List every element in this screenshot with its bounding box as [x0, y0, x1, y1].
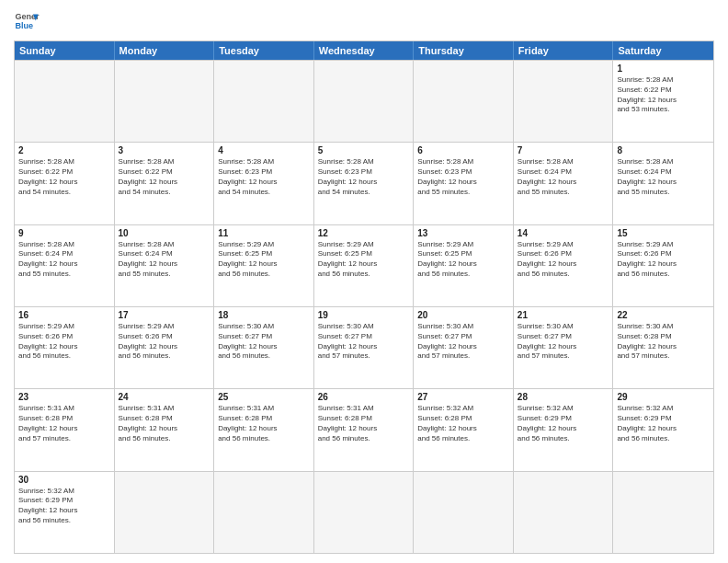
day-info: Sunrise: 5:31 AM Sunset: 6:28 PM Dayligh… — [318, 404, 410, 443]
day-number: 21 — [518, 310, 609, 320]
day-number: 14 — [518, 228, 609, 238]
day-number: 18 — [218, 310, 310, 320]
calendar-cell: 13Sunrise: 5:29 AM Sunset: 6:25 PM Dayli… — [414, 225, 514, 306]
day-number: 17 — [119, 310, 210, 320]
calendar-row: 23Sunrise: 5:31 AM Sunset: 6:28 PM Dayli… — [15, 388, 713, 470]
calendar-cell: 25Sunrise: 5:31 AM Sunset: 6:28 PM Dayli… — [214, 389, 314, 470]
day-info: Sunrise: 5:30 AM Sunset: 6:27 PM Dayligh… — [518, 322, 609, 362]
day-info: Sunrise: 5:29 AM Sunset: 6:26 PM Dayligh… — [518, 240, 609, 280]
day-info: Sunrise: 5:31 AM Sunset: 6:28 PM Dayligh… — [218, 404, 310, 443]
calendar-cell: 4Sunrise: 5:28 AM Sunset: 6:23 PM Daylig… — [214, 143, 314, 224]
calendar-row: 2Sunrise: 5:28 AM Sunset: 6:22 PM Daylig… — [15, 142, 713, 224]
day-info: Sunrise: 5:30 AM Sunset: 6:28 PM Dayligh… — [617, 322, 710, 362]
day-info: Sunrise: 5:28 AM Sunset: 6:22 PM Dayligh… — [617, 75, 710, 115]
header-cell-wednesday: Wednesday — [314, 41, 415, 60]
day-info: Sunrise: 5:28 AM Sunset: 6:24 PM Dayligh… — [18, 240, 110, 280]
day-info: Sunrise: 5:29 AM Sunset: 6:26 PM Dayligh… — [18, 322, 110, 362]
calendar-cell — [414, 472, 514, 553]
calendar-row: 9Sunrise: 5:28 AM Sunset: 6:24 PM Daylig… — [15, 224, 713, 306]
calendar-cell — [613, 472, 713, 553]
day-info: Sunrise: 5:28 AM Sunset: 6:22 PM Dayligh… — [119, 157, 210, 197]
logo: General Blue — [14, 9, 40, 35]
calendar-row: 16Sunrise: 5:29 AM Sunset: 6:26 PM Dayli… — [15, 306, 713, 388]
calendar-row: 1Sunrise: 5:28 AM Sunset: 6:22 PM Daylig… — [15, 60, 713, 142]
day-number: 13 — [417, 228, 509, 238]
calendar-cell — [514, 472, 614, 553]
day-number: 2 — [18, 145, 110, 155]
day-number: 12 — [318, 228, 410, 238]
calendar-cell: 19Sunrise: 5:30 AM Sunset: 6:27 PM Dayli… — [314, 307, 415, 388]
day-info: Sunrise: 5:28 AM Sunset: 6:24 PM Dayligh… — [617, 157, 710, 197]
calendar-cell: 1Sunrise: 5:28 AM Sunset: 6:22 PM Daylig… — [613, 61, 713, 142]
calendar-cell: 2Sunrise: 5:28 AM Sunset: 6:22 PM Daylig… — [15, 143, 115, 224]
calendar-cell: 7Sunrise: 5:28 AM Sunset: 6:24 PM Daylig… — [514, 143, 614, 224]
day-info: Sunrise: 5:32 AM Sunset: 6:29 PM Dayligh… — [518, 404, 609, 443]
calendar-cell: 11Sunrise: 5:29 AM Sunset: 6:25 PM Dayli… — [214, 225, 314, 306]
day-number: 16 — [18, 310, 110, 320]
day-info: Sunrise: 5:30 AM Sunset: 6:27 PM Dayligh… — [218, 322, 310, 362]
day-info: Sunrise: 5:29 AM Sunset: 6:25 PM Dayligh… — [417, 240, 509, 280]
calendar-cell: 8Sunrise: 5:28 AM Sunset: 6:24 PM Daylig… — [613, 143, 713, 224]
calendar-cell — [314, 472, 415, 553]
calendar-cell — [414, 61, 514, 142]
day-info: Sunrise: 5:28 AM Sunset: 6:22 PM Dayligh… — [18, 157, 110, 197]
day-number: 3 — [119, 145, 210, 155]
day-info: Sunrise: 5:28 AM Sunset: 6:24 PM Dayligh… — [119, 240, 210, 280]
calendar-cell: 24Sunrise: 5:31 AM Sunset: 6:28 PM Dayli… — [115, 389, 215, 470]
header-cell-saturday: Saturday — [613, 41, 713, 60]
day-info: Sunrise: 5:28 AM Sunset: 6:23 PM Dayligh… — [417, 157, 509, 197]
header-cell-thursday: Thursday — [414, 41, 514, 60]
header-cell-monday: Monday — [115, 41, 215, 60]
calendar-cell — [514, 61, 614, 142]
day-number: 7 — [518, 145, 609, 155]
calendar-cell: 5Sunrise: 5:28 AM Sunset: 6:23 PM Daylig… — [314, 143, 415, 224]
calendar-cell — [214, 472, 314, 553]
calendar-cell: 6Sunrise: 5:28 AM Sunset: 6:23 PM Daylig… — [414, 143, 514, 224]
calendar-header-row: SundayMondayTuesdayWednesdayThursdayFrid… — [15, 41, 713, 60]
day-number: 27 — [417, 392, 509, 402]
svg-text:Blue: Blue — [15, 21, 33, 30]
calendar-cell: 27Sunrise: 5:32 AM Sunset: 6:28 PM Dayli… — [414, 389, 514, 470]
day-number: 5 — [318, 145, 410, 155]
calendar-cell: 9Sunrise: 5:28 AM Sunset: 6:24 PM Daylig… — [15, 225, 115, 306]
calendar-cell — [15, 61, 115, 142]
calendar-cell: 20Sunrise: 5:30 AM Sunset: 6:27 PM Dayli… — [414, 307, 514, 388]
day-number: 20 — [417, 310, 509, 320]
calendar-cell — [314, 61, 415, 142]
calendar-cell: 12Sunrise: 5:29 AM Sunset: 6:25 PM Dayli… — [314, 225, 415, 306]
day-info: Sunrise: 5:30 AM Sunset: 6:27 PM Dayligh… — [318, 322, 410, 362]
calendar-cell: 10Sunrise: 5:28 AM Sunset: 6:24 PM Dayli… — [115, 225, 215, 306]
calendar-cell — [115, 472, 215, 553]
calendar-cell: 18Sunrise: 5:30 AM Sunset: 6:27 PM Dayli… — [214, 307, 314, 388]
day-number: 8 — [617, 145, 710, 155]
calendar-cell: 3Sunrise: 5:28 AM Sunset: 6:22 PM Daylig… — [115, 143, 215, 224]
calendar-cell: 22Sunrise: 5:30 AM Sunset: 6:28 PM Dayli… — [613, 307, 713, 388]
day-info: Sunrise: 5:31 AM Sunset: 6:28 PM Dayligh… — [18, 404, 110, 443]
day-number: 11 — [218, 228, 310, 238]
header: General Blue — [14, 9, 714, 35]
day-info: Sunrise: 5:32 AM Sunset: 6:28 PM Dayligh… — [417, 404, 509, 443]
calendar-cell: 30Sunrise: 5:32 AM Sunset: 6:29 PM Dayli… — [15, 472, 115, 553]
day-number: 22 — [617, 310, 710, 320]
calendar-cell: 29Sunrise: 5:32 AM Sunset: 6:29 PM Dayli… — [613, 389, 713, 470]
day-info: Sunrise: 5:32 AM Sunset: 6:29 PM Dayligh… — [18, 487, 110, 526]
generalblue-logo-icon: General Blue — [14, 9, 40, 35]
calendar-cell: 16Sunrise: 5:29 AM Sunset: 6:26 PM Dayli… — [15, 307, 115, 388]
calendar-cell: 28Sunrise: 5:32 AM Sunset: 6:29 PM Dayli… — [514, 389, 614, 470]
day-number: 6 — [417, 145, 509, 155]
calendar-cell: 17Sunrise: 5:29 AM Sunset: 6:26 PM Dayli… — [115, 307, 215, 388]
day-info: Sunrise: 5:31 AM Sunset: 6:28 PM Dayligh… — [119, 404, 210, 443]
calendar-cell: 14Sunrise: 5:29 AM Sunset: 6:26 PM Dayli… — [514, 225, 614, 306]
calendar-cell — [214, 61, 314, 142]
day-number: 26 — [318, 392, 410, 402]
day-number: 19 — [318, 310, 410, 320]
day-info: Sunrise: 5:28 AM Sunset: 6:23 PM Dayligh… — [218, 157, 310, 197]
day-number: 29 — [617, 392, 710, 402]
day-info: Sunrise: 5:32 AM Sunset: 6:29 PM Dayligh… — [617, 404, 710, 443]
header-cell-friday: Friday — [514, 41, 614, 60]
calendar-body: 1Sunrise: 5:28 AM Sunset: 6:22 PM Daylig… — [15, 60, 713, 553]
day-info: Sunrise: 5:29 AM Sunset: 6:26 PM Dayligh… — [119, 322, 210, 362]
calendar-row: 30Sunrise: 5:32 AM Sunset: 6:29 PM Dayli… — [15, 471, 713, 553]
header-cell-tuesday: Tuesday — [214, 41, 314, 60]
day-info: Sunrise: 5:29 AM Sunset: 6:25 PM Dayligh… — [218, 240, 310, 280]
